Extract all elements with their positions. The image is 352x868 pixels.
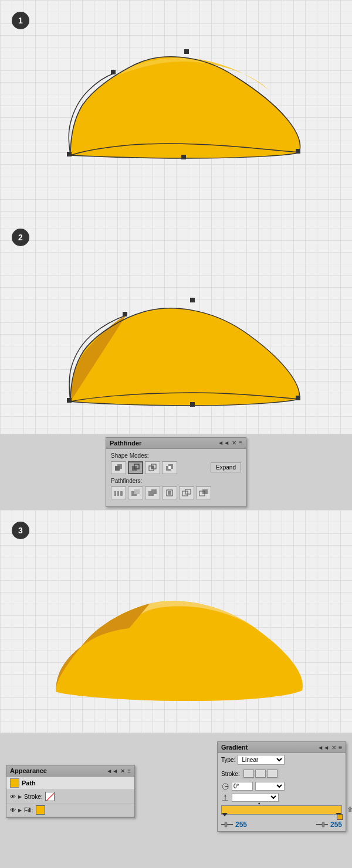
gradient-delete-icon[interactable]: 🗑 xyxy=(347,806,352,812)
location-select[interactable] xyxy=(232,793,279,802)
eye-icon-fill[interactable]: 👁 xyxy=(10,807,16,813)
gradient-type-row: Type: Linear xyxy=(218,753,346,767)
stroke-row: 👁 ▶ Stroke: xyxy=(6,790,134,804)
trim-button[interactable] xyxy=(128,486,143,499)
svg-rect-7 xyxy=(151,466,154,469)
unite-button[interactable] xyxy=(111,461,126,474)
appearance-menu[interactable]: ≡ xyxy=(127,768,131,774)
minus-front-button[interactable] xyxy=(128,461,143,474)
intersect-button[interactable] xyxy=(145,461,160,474)
gradient-stop-left[interactable] xyxy=(222,813,228,816)
appearance-title: Appearance xyxy=(10,767,47,774)
anchor-2 xyxy=(111,70,116,74)
pathfinder-panel: Pathfinder ◄◄ ✕ ≡ Shape Modes: xyxy=(106,437,246,507)
step-badge-2: 2 xyxy=(12,229,29,246)
divide-button[interactable] xyxy=(111,486,126,499)
svg-rect-30 xyxy=(225,822,227,827)
result-main xyxy=(56,601,303,702)
pathfinder-buttons xyxy=(111,486,241,499)
gradient-stop-marker: ⬧ xyxy=(258,800,260,806)
right-value: 255 xyxy=(330,821,342,829)
svg-rect-32 xyxy=(322,822,324,827)
pathfinder-section: Pathfinder ◄◄ ✕ ≡ Shape Modes: xyxy=(0,434,352,510)
gradient-title: Gradient xyxy=(221,744,248,751)
gradient-angle-row xyxy=(218,781,346,792)
shape-modes-label: Shape Modes: xyxy=(111,452,241,459)
appearance-double-arrow[interactable]: ◄◄ xyxy=(106,768,118,774)
appearance-close[interactable]: ✕ xyxy=(120,768,125,774)
pathfinder-menu[interactable]: ≡ xyxy=(239,440,242,446)
gradient-close[interactable]: ✕ xyxy=(331,744,336,751)
pathfinder-close[interactable]: ✕ xyxy=(232,440,236,446)
angle-select[interactable] xyxy=(255,782,285,791)
stroke-label-app: Stroke: xyxy=(24,794,43,800)
anchor-b1 xyxy=(67,398,72,403)
pathfinder-double-arrow[interactable]: ◄◄ xyxy=(218,440,229,446)
stroke-buttons xyxy=(242,768,279,779)
exclude-button[interactable] xyxy=(162,461,177,474)
gradient-stroke-row: Stroke: xyxy=(218,767,346,781)
angle-input[interactable] xyxy=(232,782,253,791)
canvas-section-1: 1 xyxy=(0,0,352,217)
path-label: Path xyxy=(22,780,36,787)
pathfinder-title: Pathfinder xyxy=(110,440,141,447)
minus-back-button[interactable] xyxy=(196,486,211,499)
fill-label-app: Fill: xyxy=(24,807,33,813)
gradient-bar[interactable]: ⬧ 🗑 xyxy=(221,805,342,815)
left-value: 255 xyxy=(235,821,247,829)
gradient-panel: Gradient ◄◄ ✕ ≡ Type: Linear Stroke: xyxy=(217,741,346,832)
gradient-location-row xyxy=(218,792,346,803)
svg-rect-19 xyxy=(168,491,171,495)
appearance-controls[interactable]: ◄◄ ✕ ≡ xyxy=(106,768,131,774)
left-slider-group: 255 xyxy=(221,821,247,829)
anchor-b5 xyxy=(190,402,195,407)
svg-rect-2 xyxy=(117,466,120,469)
bottom-section: Gradient ◄◄ ✕ ≡ Type: Linear Stroke: xyxy=(0,733,352,868)
angle-icon xyxy=(221,782,229,791)
gradient-type-select[interactable]: Linear xyxy=(238,755,285,765)
stroke-btn-2[interactable] xyxy=(255,770,266,778)
right-slider-group: 255 xyxy=(316,821,342,829)
shape-canvas-2 xyxy=(0,217,352,434)
svg-rect-15 xyxy=(134,489,140,494)
anchor-5 xyxy=(181,155,186,159)
pathfinder-titlebar: Pathfinder ◄◄ ✕ ≡ xyxy=(106,438,246,449)
gradient-titlebar: Gradient ◄◄ ✕ ≡ xyxy=(218,742,346,753)
anchor-1 xyxy=(67,152,72,156)
location-icon xyxy=(221,794,229,802)
shape-main-2 xyxy=(70,308,299,406)
arrow-stroke[interactable]: ▶ xyxy=(18,794,22,799)
arrow-fill[interactable]: ▶ xyxy=(18,808,22,813)
stroke-swatch[interactable] xyxy=(45,792,55,801)
svg-rect-10 xyxy=(168,466,171,469)
expand-button[interactable]: Expand xyxy=(211,462,241,472)
anchor-b4 xyxy=(296,396,300,400)
gradient-double-arrow[interactable]: ◄◄ xyxy=(317,744,329,751)
path-color-indicator xyxy=(10,778,19,788)
pathfinders-label: Pathfinders: xyxy=(111,478,241,484)
svg-rect-11 xyxy=(114,491,123,496)
pathfinder-body: Shape Modes: Expand xyxy=(106,449,246,506)
eye-icon-stroke[interactable]: 👁 xyxy=(10,794,16,800)
svg-rect-17 xyxy=(151,489,157,494)
path-label-row: Path xyxy=(6,777,134,790)
fill-swatch[interactable] xyxy=(36,805,45,815)
crop-button[interactable] xyxy=(162,486,177,499)
gradient-menu[interactable]: ≡ xyxy=(339,744,342,751)
anchor-4 xyxy=(296,149,300,154)
pathfinder-controls[interactable]: ◄◄ ✕ ≡ xyxy=(218,440,242,446)
canvas-section-2: 2 xyxy=(0,217,352,434)
shape-canvas-1 xyxy=(0,0,352,217)
outline-button[interactable] xyxy=(179,486,194,499)
shape-canvas-3 xyxy=(0,510,352,733)
stroke-btn-1[interactable] xyxy=(243,770,254,778)
gradient-controls[interactable]: ◄◄ ✕ ≡ xyxy=(317,744,342,751)
gradient-stop-swatch[interactable] xyxy=(337,814,343,820)
appearance-panel: Appearance ◄◄ ✕ ≡ Path 👁 ▶ Stroke: xyxy=(6,765,135,818)
step-badge-3: 3 xyxy=(12,522,29,539)
fill-row: 👁 ▶ Fill: xyxy=(6,804,134,817)
anchor-b3 xyxy=(190,298,195,302)
stroke-btn-3[interactable] xyxy=(267,770,277,778)
slider-icon-left xyxy=(221,821,233,828)
merge-button[interactable] xyxy=(145,486,160,499)
